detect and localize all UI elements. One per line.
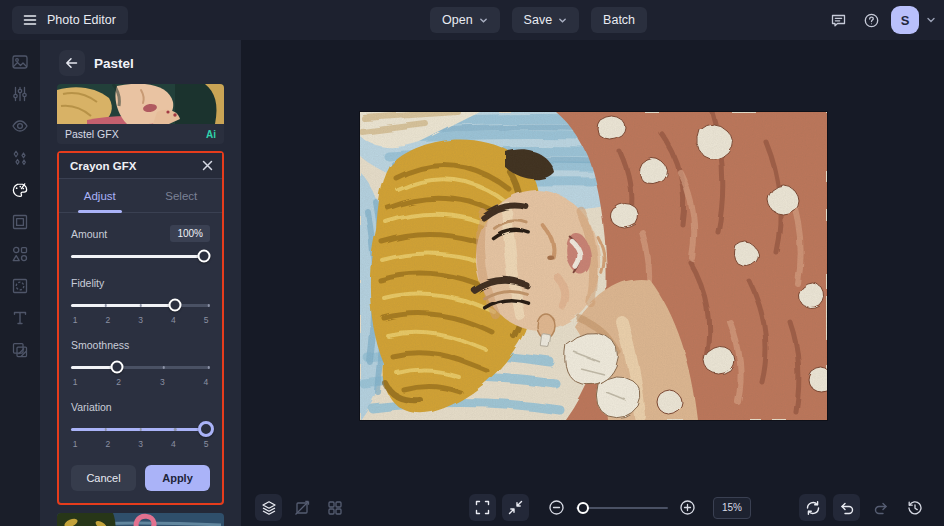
tool-rail	[0, 40, 40, 526]
dialog-body: Amount 100% Fidelity 12345	[59, 213, 222, 503]
canvas-area[interactable]	[241, 40, 944, 490]
account-menu-button[interactable]	[926, 15, 936, 25]
transform-icon	[294, 500, 310, 516]
adjust-icon	[11, 85, 29, 103]
ai-badge: Ai	[206, 129, 216, 140]
variation-slider[interactable]	[71, 422, 210, 436]
dialog-header: Crayon GFX	[59, 153, 222, 179]
edited-image	[360, 112, 827, 420]
sidebar-item-textures[interactable]	[11, 341, 29, 359]
shrink-button[interactable]	[502, 494, 529, 521]
zoom-in-button[interactable]	[674, 494, 701, 521]
sidebar-item-edit[interactable]	[11, 53, 29, 71]
open-button[interactable]: Open	[430, 7, 500, 33]
apply-button[interactable]: Apply	[145, 465, 210, 491]
sidebar-item-text[interactable]	[11, 309, 29, 327]
zoom-tools: 15%	[469, 494, 751, 521]
image-icon	[11, 53, 29, 71]
effect-label-bar: Pastel GFX Ai	[57, 124, 224, 144]
hamburger-icon	[22, 12, 38, 28]
amount-value: 100%	[170, 225, 210, 242]
overlays-icon	[11, 277, 29, 295]
frames-icon	[11, 213, 29, 231]
help-icon	[863, 12, 880, 29]
dialog-tabs: Adjust Select	[59, 179, 222, 213]
zoom-in-icon	[679, 499, 696, 516]
artsy-palette-icon	[11, 181, 29, 200]
chevron-down-icon	[558, 16, 567, 25]
fidelity-label: Fidelity	[71, 277, 104, 289]
fit-screen-button[interactable]	[469, 494, 496, 521]
fidelity-slider-handle[interactable]	[169, 299, 182, 312]
main-menu-button[interactable]: Photo Editor	[12, 6, 128, 34]
variation-label: Variation	[71, 401, 112, 413]
sidebar-item-touchup[interactable]	[11, 117, 29, 135]
graphics-shapes-icon	[11, 245, 29, 263]
layers-button[interactable]	[255, 494, 282, 521]
avatar[interactable]: S	[891, 6, 919, 34]
sidebar-item-adjust[interactable]	[11, 85, 29, 103]
zoom-slider[interactable]	[576, 501, 668, 515]
variation-ticks: 12345	[71, 439, 210, 449]
smoothness-ticks: 1234	[71, 377, 210, 387]
zoom-out-button[interactable]	[543, 494, 570, 521]
history-tools	[799, 494, 928, 521]
zoom-level-value[interactable]: 15%	[713, 497, 751, 519]
top-bar: Photo Editor Open Save Batch S	[0, 0, 944, 40]
amount-label: Amount	[71, 228, 107, 240]
grid-icon	[327, 500, 343, 516]
history-icon	[907, 500, 923, 516]
feedback-button[interactable]	[825, 7, 851, 33]
pastel-gfx-thumbnail	[57, 84, 224, 124]
shrink-icon	[508, 500, 523, 515]
effect-card-next[interactable]	[57, 513, 224, 526]
refresh-button[interactable]	[799, 494, 826, 521]
sidebar-item-overlays[interactable]	[11, 277, 29, 295]
transform-button[interactable]	[288, 494, 315, 521]
page-title: Pastel	[94, 56, 134, 71]
dialog-title: Crayon GFX	[70, 160, 136, 172]
close-button[interactable]	[202, 160, 213, 171]
undo-icon	[839, 500, 855, 516]
app-title: Photo Editor	[47, 13, 116, 27]
panel-header: Pastel	[59, 50, 241, 76]
sidebar-item-graphics[interactable]	[11, 245, 29, 263]
back-button[interactable]	[59, 50, 85, 76]
batch-button[interactable]: Batch	[591, 7, 647, 33]
smoothness-label: Smoothness	[71, 339, 129, 351]
photo-editor-app: Photo Editor Open Save Batch S	[0, 0, 944, 526]
sidebar-item-frames[interactable]	[11, 213, 29, 231]
grid-view-button[interactable]	[321, 494, 348, 521]
redo-button[interactable]	[867, 494, 894, 521]
textures-icon	[11, 341, 29, 359]
chevron-down-icon	[926, 15, 936, 25]
amount-slider[interactable]	[71, 249, 210, 263]
smoothness-slider[interactable]	[71, 360, 210, 374]
account-area: S	[825, 0, 936, 40]
sidebar-item-effects[interactable]	[11, 149, 29, 167]
variation-slider-handle[interactable]	[198, 421, 214, 437]
tab-adjust[interactable]: Adjust	[59, 179, 141, 212]
sidebar-item-artsy[interactable]	[11, 181, 29, 199]
fidelity-slider[interactable]	[71, 298, 210, 312]
text-icon	[11, 309, 29, 327]
undo-button[interactable]	[833, 494, 860, 521]
history-button[interactable]	[901, 494, 928, 521]
save-button[interactable]: Save	[512, 7, 580, 33]
fit-screen-icon	[475, 500, 490, 515]
close-icon	[202, 160, 213, 171]
smoothness-slider-handle[interactable]	[111, 361, 124, 374]
zoom-out-icon	[548, 499, 565, 516]
effect-card-pastel-gfx[interactable]: Pastel GFX Ai	[57, 84, 224, 144]
cancel-button[interactable]: Cancel	[71, 465, 136, 491]
amount-slider-handle[interactable]	[198, 250, 211, 263]
effect-name: Pastel GFX	[65, 128, 119, 140]
zoom-slider-handle[interactable]	[577, 502, 589, 514]
help-button[interactable]	[858, 7, 884, 33]
redo-icon	[873, 500, 889, 516]
tab-select[interactable]: Select	[141, 179, 223, 212]
refresh-icon	[805, 500, 821, 516]
effects-panel: Pastel Pastel GFX Ai	[40, 40, 241, 526]
arrow-left-icon	[65, 56, 79, 70]
effects-sparkle-icon	[11, 149, 29, 167]
